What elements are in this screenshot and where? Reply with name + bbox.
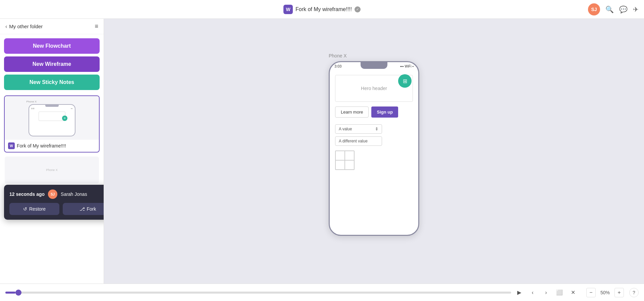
sidebar-folder-name: My other folder [9, 24, 43, 29]
phone-status-icons: ▪▪▪ WiFi ▪ [400, 64, 414, 68]
next-button[interactable]: › [541, 287, 551, 298]
back-icon: ‹ [5, 24, 7, 30]
grid-cell-2 [345, 151, 354, 160]
signal-icon: ▪▪▪ [400, 64, 404, 68]
file-card-name: Fork of My wireframe!!!! [17, 143, 66, 148]
grid-cell-4 [345, 160, 354, 170]
phone-input[interactable]: A different value [335, 136, 382, 146]
help-button[interactable]: ? [629, 288, 639, 297]
sign-up-button[interactable]: Sign up [371, 106, 398, 118]
toast-time: 12 seconds ago [9, 191, 45, 197]
playback-controls: ▶ ‹ › ⬜ ✕ [514, 287, 578, 298]
frame-button[interactable]: ⬜ [554, 287, 565, 298]
mini-time: 3:03 [31, 108, 35, 110]
avatar: SJ [588, 3, 600, 15]
fork-button[interactable]: ⎇ Fork [63, 203, 104, 215]
file-card-logo: W [8, 142, 15, 149]
phone-grid [335, 150, 355, 170]
bottom-bar: ▶ ‹ › ⬜ ✕ − 50% + ? [0, 284, 644, 301]
sidebar-header: ‹ My other folder ≡ [0, 19, 104, 34]
toast-avatar: SJ [48, 189, 57, 199]
sidebar-menu-icon[interactable]: ≡ [95, 23, 98, 30]
cta-buttons: Learn more Sign up [335, 106, 413, 118]
main-layout: ‹ My other folder ≡ New Flowchart New Wi… [0, 19, 644, 284]
input-value: A different value [339, 139, 368, 143]
file-card[interactable]: Phone X 3:03 ▪▪▪ ⊞ W [4, 95, 100, 153]
header-title: Fork of My wireframe!!!! [296, 6, 352, 12]
progress-fill [5, 292, 15, 294]
phone-dropdown[interactable]: A value ⇕ [335, 124, 382, 134]
phone-time: 3:03 [334, 64, 341, 68]
sidebar-back-button[interactable]: ‹ My other folder [5, 24, 43, 30]
header-logo: W [283, 5, 293, 14]
file-card-preview-2: Phone X [5, 157, 99, 183]
mini-icons: ▪▪▪ [71, 108, 72, 110]
send-icon[interactable]: ✈ [633, 5, 639, 13]
fork-icon: ⎇ [79, 206, 85, 212]
mini-hero-box [39, 112, 65, 121]
play-button[interactable]: ▶ [514, 287, 525, 298]
toast-buttons: ↺ Restore ⎇ Fork [9, 203, 104, 215]
action-buttons: New Flowchart New Wireframe New Sticky N… [0, 34, 104, 93]
fork-label: Fork [87, 206, 96, 212]
canvas-area[interactable]: Phone X 3:03 ▪▪▪ WiFi ▪ ⊞ Hero header [104, 19, 644, 284]
phone-frame: 3:03 ▪▪▪ WiFi ▪ ⊞ Hero header Learn more… [329, 61, 419, 236]
mini-label-2: Phone X [46, 168, 58, 172]
restore-label: Restore [29, 206, 46, 212]
file-card-footer: W Fork of My wireframe!!!! [5, 140, 99, 152]
phone-container: Phone X 3:03 ▪▪▪ WiFi ▪ ⊞ Hero header [329, 53, 419, 236]
mini-phone-status: 3:03 ▪▪▪ [29, 107, 75, 110]
new-flowchart-button[interactable]: New Flowchart [4, 38, 100, 54]
dropdown-value: A value [339, 127, 352, 131]
file-card-preview: Phone X 3:03 ▪▪▪ ⊞ [5, 96, 99, 140]
header-center: W Fork of My wireframe!!!! ✓ [283, 5, 361, 14]
phone-notch [361, 62, 387, 69]
wifi-icon: WiFi [405, 64, 411, 68]
battery-icon: ▪ [412, 64, 414, 68]
close-button[interactable]: ✕ [568, 287, 578, 298]
learn-more-button[interactable]: Learn more [335, 106, 369, 118]
toast-header: 12 seconds ago SJ Sarah Jonas [9, 189, 104, 199]
mini-phone-frame: 3:03 ▪▪▪ ⊞ [29, 104, 75, 136]
toast-author: Sarah Jonas [61, 191, 87, 197]
new-wireframe-button[interactable]: New Wireframe [4, 56, 100, 72]
hero-header-text: Hero header [361, 86, 387, 91]
zoom-level: 50% [598, 290, 612, 295]
mini-phone-label: Phone X [26, 100, 37, 103]
prev-button[interactable]: ‹ [527, 287, 538, 298]
mini-phone-preview: Phone X 3:03 ▪▪▪ ⊞ [25, 99, 79, 136]
toast-notification: 12 seconds ago SJ Sarah Jonas ↺ Restore … [4, 185, 104, 220]
zoom-out-button[interactable]: − [586, 288, 596, 297]
sidebar: ‹ My other folder ≡ New Flowchart New Wi… [0, 19, 104, 284]
header: W Fork of My wireframe!!!! ✓ SJ 🔍 💬 ✈ [0, 0, 644, 19]
restore-icon: ↺ [23, 206, 27, 212]
zoom-controls: − 50% + ? [586, 288, 639, 297]
progress-bar[interactable] [5, 292, 511, 294]
mini-teal-circle: ⊞ [62, 116, 67, 121]
zoom-in-button[interactable]: + [614, 288, 624, 297]
phone-teal-circle: ⊞ [398, 74, 412, 88]
header-check-icon: ✓ [355, 6, 361, 12]
search-icon[interactable]: 🔍 [605, 5, 614, 13]
dropdown-arrow: ⇕ [375, 127, 378, 131]
new-sticky-notes-button[interactable]: New Sticky Notes [4, 75, 100, 90]
grid-cell-3 [335, 160, 345, 170]
phone-label: Phone X [329, 53, 419, 58]
chat-icon[interactable]: 💬 [619, 5, 628, 13]
restore-button[interactable]: ↺ Restore [9, 203, 59, 215]
grid-cell-1 [335, 151, 345, 160]
progress-dot [15, 290, 21, 296]
file-card[interactable]: Phone X [4, 156, 100, 184]
header-right: SJ 🔍 💬 ✈ [588, 3, 639, 15]
